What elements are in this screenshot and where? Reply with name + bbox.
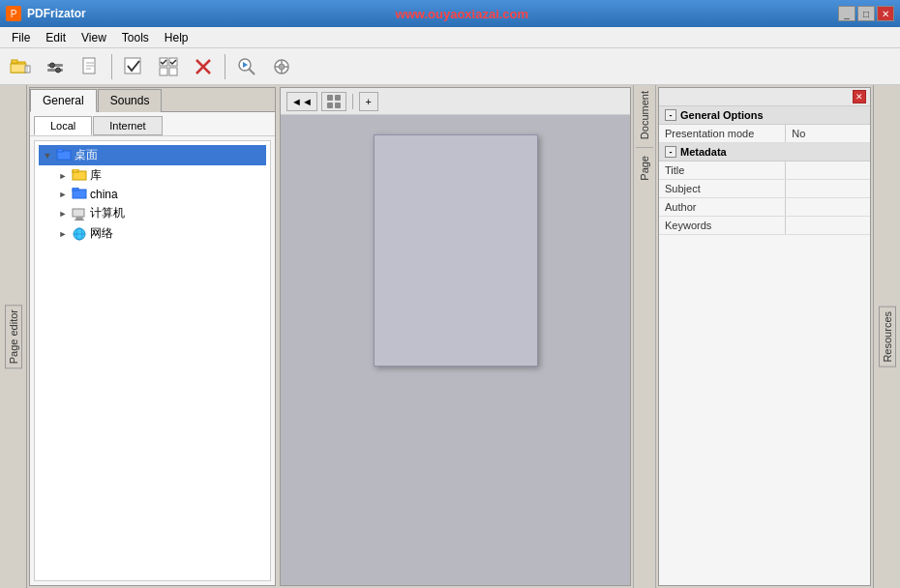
expander-china[interactable]: ►: [56, 188, 70, 201]
right-panel-toolbar: ✕: [659, 88, 870, 106]
tool-icon: [271, 56, 292, 77]
title-bar: P PDFrizator www.ouyaoxiazai.com _ □ ✕: [0, 0, 900, 27]
tool-button[interactable]: [265, 51, 298, 82]
menu-tools[interactable]: Tools: [114, 29, 157, 46]
svg-rect-17: [169, 68, 177, 75]
icon-network: [72, 227, 87, 241]
label-china: china: [90, 188, 118, 201]
add-page-button[interactable]: +: [359, 92, 378, 111]
menu-help[interactable]: Help: [157, 29, 196, 46]
sub-tab-bar: Local Internet: [30, 112, 275, 136]
svg-rect-42: [327, 103, 333, 108]
svg-rect-31: [73, 169, 78, 172]
zoom-button[interactable]: [230, 51, 263, 82]
menu-edit[interactable]: Edit: [38, 29, 74, 46]
page-label[interactable]: Page: [636, 150, 653, 187]
grid-view-button[interactable]: [321, 92, 346, 111]
svg-rect-2: [11, 64, 26, 73]
svg-rect-33: [73, 188, 78, 191]
tree-item-computer[interactable]: ► 计算机: [39, 203, 266, 223]
right-panel-close-button[interactable]: ✕: [853, 90, 866, 103]
resources-sidebar: Resources: [873, 85, 900, 588]
metadata-expand[interactable]: -: [665, 146, 676, 158]
title-url: www.ouyaoxiazai.com: [86, 7, 838, 21]
check-button[interactable]: [117, 51, 150, 82]
subtab-local[interactable]: Local: [34, 116, 92, 135]
tree-item-library[interactable]: ► 库: [39, 165, 266, 186]
properties-table: - General Options Presentation mode No -…: [659, 106, 870, 235]
open-button[interactable]: [4, 51, 37, 82]
icon-china: [72, 188, 87, 201]
subject-value[interactable]: [786, 180, 870, 198]
expander-desktop[interactable]: ▼: [41, 149, 54, 162]
label-network: 网络: [90, 225, 113, 242]
svg-rect-34: [73, 209, 84, 217]
resources-label[interactable]: Resources: [879, 307, 896, 368]
settings-button[interactable]: [39, 51, 72, 82]
author-value[interactable]: [786, 198, 870, 217]
author-row: Author: [659, 198, 870, 217]
metadata-header: - Metadata: [659, 143, 870, 161]
minimize-button[interactable]: _: [838, 6, 855, 21]
general-options-expand[interactable]: -: [665, 109, 676, 121]
page-editor-sidebar: Page editor: [0, 85, 27, 588]
zoom-icon: [236, 56, 257, 77]
check-icon: [123, 56, 144, 77]
menu-view[interactable]: View: [74, 29, 114, 46]
subtab-internet[interactable]: Internet: [93, 116, 162, 135]
expander-computer[interactable]: ►: [56, 207, 70, 220]
keywords-row: Keywords: [659, 217, 870, 235]
file-tree: ▼ 桌面 ► 库: [34, 140, 271, 581]
close-button[interactable]: ✕: [877, 6, 894, 21]
svg-rect-16: [160, 68, 167, 75]
maximize-button[interactable]: □: [857, 6, 875, 21]
presentation-mode-value[interactable]: No: [786, 125, 870, 143]
delete-button[interactable]: [187, 51, 220, 82]
general-options-label: General Options: [680, 109, 764, 121]
keywords-label: Keywords: [659, 217, 786, 235]
tree-item-china[interactable]: ► china: [39, 186, 266, 203]
subject-row: Subject: [659, 180, 870, 198]
menu-bar: File Edit View Tools Help: [0, 27, 900, 48]
subject-label: Subject: [659, 180, 786, 198]
nav-back-button[interactable]: ◄◄: [286, 92, 317, 111]
page-editor-label[interactable]: Page editor: [5, 305, 22, 368]
metadata-section: - Metadata: [659, 143, 870, 162]
tree-item-desktop[interactable]: ▼ 桌面: [39, 145, 266, 165]
settings-icon: [45, 56, 66, 77]
toolbar: [0, 48, 900, 85]
app-icon: P: [6, 6, 21, 21]
tab-general[interactable]: General: [30, 89, 97, 112]
tab-sounds[interactable]: Sounds: [98, 89, 163, 112]
tree-item-network[interactable]: ► 网络: [39, 223, 266, 244]
main-content: Page editor General Sounds Local Interne…: [0, 85, 900, 588]
expander-network[interactable]: ►: [56, 227, 70, 241]
icon-computer: [72, 207, 87, 220]
center-panel: ◄◄ +: [280, 87, 631, 586]
mid-sidebar: Document Page: [633, 85, 656, 588]
presentation-mode-label: Presentation mode: [659, 125, 786, 143]
menu-file[interactable]: File: [4, 29, 38, 46]
document-label[interactable]: Document: [636, 85, 653, 145]
app-title: PDFrizator: [27, 7, 86, 20]
svg-point-8: [56, 68, 61, 73]
general-options-section: - General Options: [659, 106, 870, 125]
presentation-mode-row: Presentation mode No: [659, 125, 870, 143]
tab-bar: General Sounds: [30, 88, 275, 112]
delete-icon: [193, 56, 214, 77]
icon-library: [72, 169, 87, 183]
svg-rect-35: [76, 218, 82, 220]
svg-rect-40: [327, 95, 333, 101]
metadata-label: Metadata: [680, 146, 727, 158]
double-check-button[interactable]: [152, 51, 185, 82]
title-value[interactable]: [786, 162, 870, 180]
keywords-value[interactable]: [786, 217, 870, 235]
title-row: Title: [659, 162, 870, 180]
svg-point-7: [50, 63, 55, 68]
svg-rect-41: [335, 95, 341, 101]
preview-toolbar: ◄◄ +: [281, 88, 630, 115]
new-page-button[interactable]: [74, 51, 106, 82]
svg-rect-43: [335, 103, 341, 108]
expander-library[interactable]: ►: [56, 169, 70, 183]
new-page-icon: [79, 56, 101, 77]
